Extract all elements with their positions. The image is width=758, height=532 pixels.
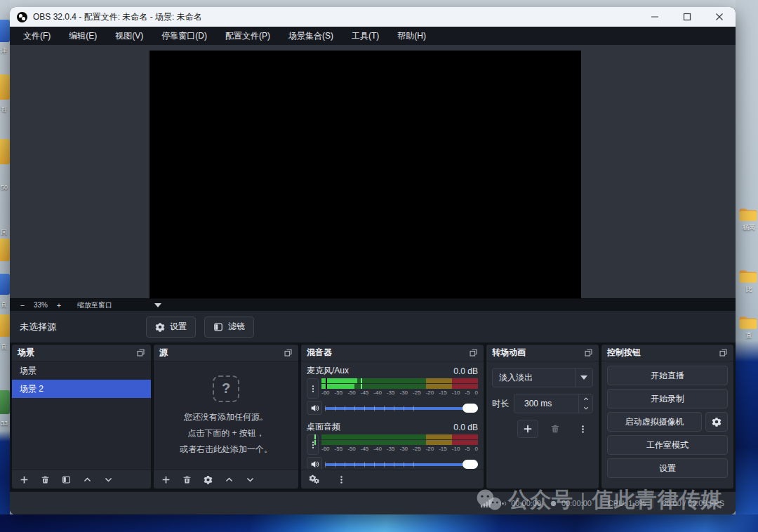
desktop-icon-label: 比	[738, 285, 758, 294]
duration-spinbox[interactable]: 300 ms	[514, 394, 593, 413]
mixer-dock-title: 混音器	[307, 347, 332, 359]
zoom-out-button[interactable]: −	[17, 301, 28, 310]
menu-item[interactable]: 场景集合(S)	[281, 27, 341, 45]
volume-slider[interactable]	[325, 460, 478, 469]
scene-list-item[interactable]: 场景	[12, 361, 151, 380]
source-properties-toolbar-button[interactable]	[204, 475, 213, 484]
transition-properties-button[interactable]	[572, 420, 593, 438]
menu-item[interactable]: 帮助(H)	[390, 27, 434, 45]
popout-dock-icon[interactable]	[584, 348, 593, 357]
channel-menu-button[interactable]	[307, 378, 319, 399]
mute-button[interactable]	[307, 457, 322, 470]
studio-mode-button[interactable]: 工作室模式	[607, 435, 728, 455]
desktop-folder-icon[interactable]: 比	[738, 268, 758, 294]
start-recording-button[interactable]: 开始录制	[607, 389, 728, 408]
add-scene-button[interactable]	[20, 475, 29, 484]
title-bar[interactable]: OBS 32.0.4 - 配置文件: 未命名 - 场景: 未命名	[10, 7, 736, 27]
close-button[interactable]	[703, 7, 736, 27]
desktop-folder-icon-fragment[interactable]	[0, 74, 10, 100]
remove-transition-button[interactable]	[545, 420, 566, 438]
volume-slider-handle[interactable]	[463, 460, 478, 469]
menu-item[interactable]: 视图(V)	[107, 27, 151, 45]
transition-select[interactable]: 淡入淡出	[492, 368, 593, 387]
meter-tick-label: -50	[347, 390, 356, 396]
scene-filters-button[interactable]	[62, 475, 71, 484]
desktop-folder-icon[interactable]: 杨芮	[738, 206, 758, 232]
menu-item[interactable]: 工具(T)	[344, 27, 387, 45]
spin-down-button[interactable]	[579, 404, 592, 413]
move-source-down-button[interactable]	[246, 475, 255, 484]
preview-zoom-bar: − 33% + 缩放至窗口	[10, 298, 736, 311]
chevron-down-icon	[154, 303, 161, 307]
move-scene-down-button[interactable]	[104, 475, 113, 484]
stream-timer: 00:00:00	[498, 499, 541, 508]
meter-tick-label: -15	[439, 390, 447, 396]
sources-toolbar	[154, 470, 298, 488]
menu-item[interactable]: 编辑(E)	[61, 27, 105, 45]
zoom-fit-dropdown[interactable]: 缩放至窗口	[77, 300, 161, 310]
popout-dock-icon[interactable]	[136, 348, 145, 357]
desktop-app-icon-fragment[interactable]	[0, 274, 10, 295]
desktop-app-icon-fragment[interactable]	[0, 390, 10, 414]
desktop-folder-icon-fragment[interactable]	[0, 239, 10, 261]
add-source-button[interactable]	[161, 475, 171, 484]
move-source-up-button[interactable]	[225, 475, 234, 484]
popout-dock-icon[interactable]	[469, 348, 478, 357]
source-filters-button[interactable]: 滤镜	[204, 317, 254, 338]
minimize-button[interactable]	[639, 7, 671, 27]
mixer-menu-button[interactable]	[337, 475, 346, 484]
source-properties-button[interactable]: 设置	[146, 317, 196, 338]
move-scene-up-button[interactable]	[83, 475, 92, 484]
meter-tick-label: -25	[413, 390, 421, 396]
desktop-icon-label: 津	[1, 46, 7, 55]
record-icon	[549, 499, 558, 508]
menu-item[interactable]: 配置文件(P)	[218, 27, 278, 45]
popout-dock-icon[interactable]	[284, 348, 293, 357]
menu-item[interactable]: 文件(F)	[15, 27, 58, 45]
meter-tick-label: -30	[399, 446, 408, 452]
remove-source-button[interactable]	[182, 475, 192, 484]
transition-selected-value: 淡入淡出	[493, 372, 575, 384]
controls-dock-header[interactable]: 控制按钮	[601, 345, 733, 361]
meter-tick-label: -45	[361, 390, 369, 396]
advanced-audio-button[interactable]	[309, 474, 320, 484]
desktop-folder-icon-fragment[interactable]	[0, 314, 10, 337]
meter-tick-label: 0	[475, 390, 478, 396]
transitions-dock-header[interactable]: 转场动画	[486, 345, 599, 361]
mute-button[interactable]	[307, 401, 322, 415]
transitions-dock-title: 转场动画	[492, 347, 526, 359]
spin-up-button[interactable]	[579, 394, 592, 404]
scene-list-item-selected[interactable]: 场景 2	[12, 380, 151, 398]
scenes-toolbar	[12, 470, 151, 488]
recording-timer: 00:00:00	[549, 499, 592, 508]
maximize-button[interactable]	[671, 7, 703, 27]
remove-scene-button[interactable]	[41, 475, 50, 484]
scenes-dock-header[interactable]: 场景	[12, 345, 151, 361]
start-streaming-button[interactable]: 开始直播	[607, 366, 728, 385]
meter-tick-label: -35	[387, 390, 395, 396]
desktop-folder-icon-fragment[interactable]	[0, 139, 10, 164]
volume-slider-track	[325, 463, 478, 466]
preview-canvas[interactable]	[149, 51, 581, 298]
sources-dock-header[interactable]: 源	[154, 345, 298, 361]
desktop-icon-label: 哥	[1, 105, 7, 114]
mixer-dock-header[interactable]: 混音器	[301, 345, 484, 361]
desktop-icon-label: 杨芮	[738, 223, 758, 232]
add-transition-button[interactable]	[517, 420, 538, 438]
start-virtual-camera-button[interactable]: 启动虚拟摄像机	[607, 412, 702, 432]
source-filters-label: 滤镜	[228, 321, 245, 333]
popout-dock-icon[interactable]	[719, 348, 728, 357]
sources-empty-state[interactable]: ? 您还没有添加任何源。 点击下面的 + 按钮， 或者右击此处添加一个。	[154, 361, 298, 470]
channel-name: 麦克风/Aux	[307, 365, 349, 377]
desktop-folder-icon[interactable]: 直	[738, 314, 758, 340]
channel-menu-button[interactable]	[307, 434, 319, 455]
menu-item[interactable]: 停靠窗口(D)	[154, 27, 215, 45]
recording-time-value: 00:00:00	[561, 499, 592, 507]
settings-button[interactable]: 设置	[607, 458, 728, 478]
status-bar: 00:00:00 00:00:00 CPU: 1.8% 60.00 / 60.0…	[10, 491, 736, 514]
virtual-camera-settings-button[interactable]	[705, 412, 728, 432]
zoom-in-button[interactable]: +	[53, 301, 65, 310]
desktop-app-icon-fragment[interactable]	[0, 20, 10, 42]
volume-slider-handle[interactable]	[463, 404, 478, 413]
volume-slider[interactable]	[325, 404, 478, 413]
